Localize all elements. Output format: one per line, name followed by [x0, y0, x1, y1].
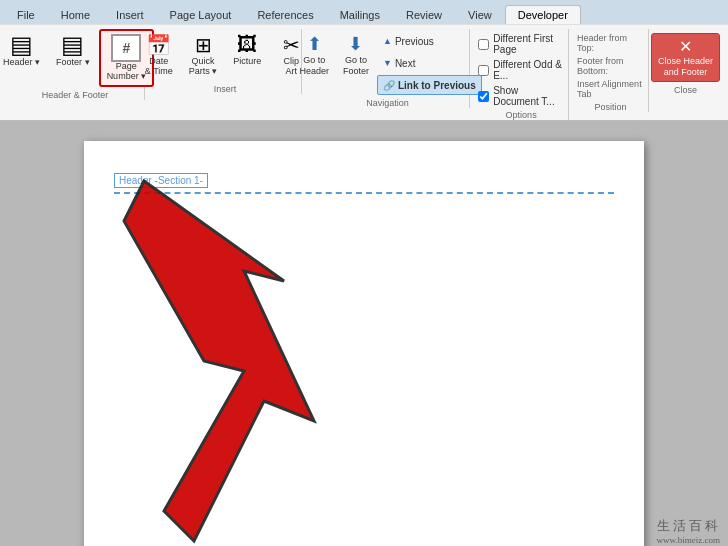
goto-footer-label: Go to Footer	[343, 55, 369, 77]
arrow-graphic	[124, 181, 314, 541]
goto-section: ⬆ Go to Header ⬇ Go to Footer	[293, 29, 375, 81]
picture-button[interactable]: 🖼 Picture	[226, 29, 268, 70]
watermark-chinese: 生 活 百 科	[657, 517, 720, 535]
tab-bar: File Home Insert Page Layout References …	[0, 0, 728, 24]
ribbon-group-navigation: ⬆ Go to Header ⬇ Go to Footer	[306, 29, 470, 108]
document-area: Header -Section 1- 生 活 百 科 www.bimeiz.co…	[0, 121, 728, 546]
goto-header-button[interactable]: ⬆ Go to Header	[293, 29, 335, 81]
nav-btns-section: ▲ Previous ▼ Next 🔗 Link to Previous	[377, 29, 482, 95]
footer-label: Footer ▾	[56, 57, 90, 67]
tab-references[interactable]: References	[244, 5, 326, 24]
options-group-label: Options	[506, 110, 537, 120]
different-first-page-row[interactable]: Different First Page	[478, 33, 564, 55]
next-label: Next	[395, 58, 416, 69]
ribbon-content: ▤ Header ▾ ▤ Footer ▾ # Page Number ▾	[0, 24, 728, 120]
goto-header-icon: ⬆	[307, 33, 322, 55]
watermark: 生 活 百 科 www.bimeiz.com	[657, 517, 720, 545]
tab-file[interactable]: File	[4, 5, 48, 24]
footer-icon: ▤	[61, 33, 84, 57]
tab-review[interactable]: Review	[393, 5, 455, 24]
date-time-icon: 📅	[146, 33, 171, 57]
next-icon: ▼	[383, 58, 392, 68]
link-icon: 🔗	[383, 80, 395, 91]
close-icon: ✕	[679, 37, 692, 56]
ribbon-group-insert: 📅 Date & Time ⊞ Quick Parts ▾ 🖼 Picture	[149, 29, 302, 94]
ribbon-group-header-footer: ▤ Header ▾ ▤ Footer ▾ # Page Number ▾	[6, 29, 145, 100]
tab-developer[interactable]: Developer	[505, 5, 581, 24]
header-footer-group-label: Header & Footer	[42, 90, 109, 100]
goto-footer-icon: ⬇	[348, 33, 363, 55]
quick-parts-icon: ⊞	[195, 33, 212, 57]
previous-button[interactable]: ▲ Previous	[377, 31, 482, 51]
show-document-text-checkbox[interactable]	[478, 91, 489, 102]
link-to-previous-label: Link to Previous	[398, 80, 476, 91]
different-first-page-checkbox[interactable]	[478, 39, 489, 50]
tab-insert[interactable]: Insert	[103, 5, 157, 24]
navigation-group-label: Navigation	[366, 98, 409, 108]
close-group-label: Close	[674, 85, 697, 95]
different-odd-even-row[interactable]: Different Odd & E...	[478, 59, 564, 81]
close-section: ✕ Close Header and Footer	[651, 29, 720, 82]
date-time-button[interactable]: 📅 Date & Time	[138, 29, 180, 81]
position-group-label: Position	[595, 102, 627, 112]
footer-button[interactable]: ▤ Footer ▾	[49, 29, 97, 71]
picture-label: Picture	[233, 56, 261, 66]
position-items: Header from Top: Footer from Bottom: Ins…	[577, 29, 644, 99]
close-label: Close Header and Footer	[658, 56, 713, 78]
close-header-footer-button[interactable]: ✕ Close Header and Footer	[651, 33, 720, 82]
date-time-label: Date & Time	[145, 57, 173, 77]
insert-items: 📅 Date & Time ⊞ Quick Parts ▾ 🖼 Picture	[138, 29, 313, 81]
header-icon: ▤	[10, 33, 33, 57]
different-odd-even-checkbox[interactable]	[478, 65, 489, 76]
insert-group-label: Insert	[214, 84, 237, 94]
header-footer-items: ▤ Header ▾ ▤ Footer ▾ # Page Number ▾	[0, 29, 154, 87]
different-first-page-label: Different First Page	[493, 33, 564, 55]
different-odd-even-label: Different Odd & E...	[493, 59, 564, 81]
quick-parts-button[interactable]: ⊞ Quick Parts ▾	[182, 29, 225, 81]
header-label: Header ▾	[3, 57, 40, 67]
quick-parts-label: Quick Parts ▾	[189, 57, 218, 77]
tab-view[interactable]: View	[455, 5, 505, 24]
ribbon-group-options: Different First Page Different Odd & E..…	[474, 29, 569, 120]
show-document-text-label: Show Document T...	[493, 85, 564, 107]
next-button[interactable]: ▼ Next	[377, 53, 482, 73]
goto-footer-button[interactable]: ⬇ Go to Footer	[337, 29, 375, 81]
ribbon: ▤ Header ▾ ▤ Footer ▾ # Page Number ▾	[0, 24, 728, 121]
goto-header-label: Go to Header	[299, 55, 329, 77]
page-header-section: Header -Section 1-	[114, 171, 614, 194]
page-number-icon: #	[111, 34, 141, 62]
tab-page-layout[interactable]: Page Layout	[157, 5, 245, 24]
header-section-label: Header -Section 1-	[114, 173, 208, 188]
svg-marker-0	[124, 181, 314, 541]
tab-mailings[interactable]: Mailings	[327, 5, 393, 24]
navigation-items: ⬆ Go to Header ⬇ Go to Footer	[293, 29, 481, 95]
link-to-previous-button[interactable]: 🔗 Link to Previous	[377, 75, 482, 95]
options-checkboxes: Different First Page Different Odd & E..…	[478, 29, 564, 107]
ribbon-group-position: Header from Top: Footer from Bottom: Ins…	[573, 29, 649, 112]
document-page: Header -Section 1-	[84, 141, 644, 546]
tab-home[interactable]: Home	[48, 5, 103, 24]
previous-icon: ▲	[383, 36, 392, 46]
previous-label: Previous	[395, 36, 434, 47]
watermark-url: www.bimeiz.com	[657, 535, 720, 545]
header-button[interactable]: ▤ Header ▾	[0, 29, 47, 71]
picture-icon: 🖼	[237, 33, 257, 56]
arrow-overlay	[84, 141, 644, 546]
show-document-text-row[interactable]: Show Document T...	[478, 85, 564, 107]
ribbon-group-close: ✕ Close Header and Footer Close	[653, 29, 718, 95]
